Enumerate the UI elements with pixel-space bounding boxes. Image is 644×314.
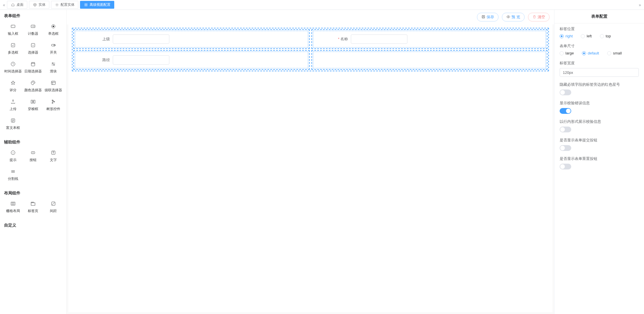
radio-formSize-small[interactable]: small xyxy=(607,51,622,55)
cfg-label-labelPosition: 标签位置 xyxy=(560,26,639,32)
cfg-input-labelWidth[interactable] xyxy=(560,68,639,77)
form-cell-path[interactable]: 路径 xyxy=(73,50,310,70)
palette-item-button[interactable]: 按钮 xyxy=(23,147,43,165)
svg-point-0 xyxy=(56,4,57,5)
svg-rect-28 xyxy=(31,203,35,205)
transfer-icon xyxy=(30,98,36,105)
svg-rect-14 xyxy=(31,63,35,66)
preview-button[interactable]: 预 览 xyxy=(502,13,525,21)
upload-icon xyxy=(10,98,16,105)
palette-item-tabs[interactable]: 标签页 xyxy=(23,198,43,216)
cols-icon xyxy=(10,200,16,207)
palette-item-label: 时间选择器 xyxy=(4,69,22,74)
palette-item-switch[interactable]: 开关 xyxy=(43,39,64,58)
radio-label: small xyxy=(613,51,622,55)
clear-button[interactable]: 清空 xyxy=(528,13,549,21)
palette-item-slider[interactable]: 滑块 xyxy=(43,58,64,77)
radio-labelPosition-left[interactable]: left xyxy=(581,34,592,38)
tabs-scroll-left[interactable]: « xyxy=(1,3,7,7)
form-cell-parent[interactable]: 上级 xyxy=(73,29,310,49)
palette-item-label: 计数器 xyxy=(28,31,38,36)
palette-item-label: 富文本框 xyxy=(6,125,20,130)
palette-item-label: 标签页 xyxy=(28,209,38,213)
palette-item-label: 颜色选择器 xyxy=(24,88,42,93)
palette-item-text[interactable]: 文字 xyxy=(43,147,64,165)
switch-hideAsterisk[interactable] xyxy=(560,90,571,95)
palette-item-label: 分割线 xyxy=(8,176,18,181)
svg-rect-2 xyxy=(86,3,87,5)
radio-dot-icon xyxy=(560,34,564,38)
form-canvas[interactable]: 上级 *名称 路径 xyxy=(68,24,552,312)
slider-icon xyxy=(51,61,56,67)
palette-item-select[interactable]: 选择器 xyxy=(23,39,43,58)
switch-showMessage[interactable] xyxy=(560,108,571,114)
save-button[interactable]: 保存 xyxy=(477,13,498,21)
tab-label: 高级视图配置 xyxy=(90,2,110,7)
radio-formSize-large[interactable]: large xyxy=(560,51,574,55)
svg-rect-20 xyxy=(51,81,55,85)
switch-inlineMessage[interactable] xyxy=(560,127,571,132)
radio-labelPosition-right[interactable]: right xyxy=(560,34,573,38)
palette-item-palette[interactable]: 颜色选择器 xyxy=(23,77,43,96)
palette-item-counter[interactable]: 计数器 xyxy=(23,20,43,39)
form-cell-name[interactable]: *名称 xyxy=(311,29,548,49)
radio-label: top xyxy=(606,34,611,38)
tab-3[interactable]: 高级视图配置 xyxy=(80,1,114,9)
palette-item-star[interactable]: 评分 xyxy=(3,77,23,96)
switch-showSubmit[interactable] xyxy=(560,145,571,151)
palette-item-cascade[interactable]: 级联选择器 xyxy=(43,77,64,96)
palette-item-label: 穿梭框 xyxy=(28,107,38,112)
palette-item-label: 按钮 xyxy=(30,158,37,163)
cube-icon xyxy=(33,3,37,7)
input-icon xyxy=(10,23,16,30)
svg-point-8 xyxy=(53,26,54,27)
field-label-parent: 上级 xyxy=(78,36,113,42)
component-palette: 表单组件输入框计数器单选框多选框选择器开关时间选择器日期选择器滑块评分颜色选择器… xyxy=(0,10,67,314)
palette-item-input[interactable]: 输入框 xyxy=(3,20,23,39)
preview-label: 预 览 xyxy=(511,14,520,20)
palette-item-upload[interactable]: 上传 xyxy=(3,96,23,114)
switch-showReset[interactable] xyxy=(560,164,571,169)
radio-label: left xyxy=(587,34,592,38)
palette-item-label: 树形控件 xyxy=(46,107,60,112)
eye-icon xyxy=(506,15,510,20)
palette-icon xyxy=(30,80,36,86)
tab-2[interactable]: 配置实体 xyxy=(51,1,78,9)
main-layout: 表单组件输入框计数器单选框多选框选择器开关时间选择器日期选择器滑块评分颜色选择器… xyxy=(0,10,644,314)
radio-label: right xyxy=(565,34,573,38)
palette-item-label: 输入框 xyxy=(8,31,18,36)
button-icon xyxy=(30,149,36,156)
palette-item-richtext[interactable]: 富文本框 xyxy=(3,114,23,133)
palette-item-cols[interactable]: 栅格布局 xyxy=(3,198,23,216)
radio-labelPosition-top[interactable]: top xyxy=(600,34,611,38)
svg-rect-3 xyxy=(85,5,86,6)
tab-1[interactable]: 实体 xyxy=(29,1,49,9)
palette-item-checkbox[interactable]: 多选框 xyxy=(3,39,23,58)
tab-0[interactable]: 桌面 xyxy=(7,1,27,9)
palette-item-tree[interactable]: 树形控件 xyxy=(43,96,64,114)
field-input-parent[interactable] xyxy=(113,34,169,44)
radio-formSize-default[interactable]: default xyxy=(582,51,599,55)
svg-rect-9 xyxy=(11,43,15,47)
radio-dot-icon xyxy=(582,51,586,55)
cfg-label-showSubmit: 是否显示表单提交按钮 xyxy=(560,138,639,143)
palette-item-radio[interactable]: 单选框 xyxy=(43,20,64,39)
tree-icon xyxy=(51,98,56,105)
palette-item-divider[interactable]: 分割线 xyxy=(3,165,23,184)
palette-item-info[interactable]: 提示 xyxy=(3,147,23,165)
svg-rect-10 xyxy=(31,43,35,47)
palette-item-label: 栅格布局 xyxy=(6,209,20,213)
palette-item-label: 级联选择器 xyxy=(45,88,62,93)
tabs-scroll-right[interactable]: » xyxy=(637,3,643,7)
field-input-name[interactable] xyxy=(351,34,407,44)
form-cell-empty[interactable] xyxy=(311,50,548,70)
tab-label: 配置实体 xyxy=(61,2,75,7)
svg-rect-27 xyxy=(11,202,15,205)
palette-item-slash[interactable]: 间距 xyxy=(43,198,64,216)
palette-item-calendar[interactable]: 日期选择器 xyxy=(23,58,43,77)
palette-item-clock[interactable]: 时间选择器 xyxy=(3,58,23,77)
field-input-path[interactable] xyxy=(113,55,169,65)
svg-point-19 xyxy=(34,82,35,83)
palette-item-transfer[interactable]: 穿梭框 xyxy=(23,96,43,114)
canvas-toolbar: 保存 预 览 清空 xyxy=(67,10,554,24)
